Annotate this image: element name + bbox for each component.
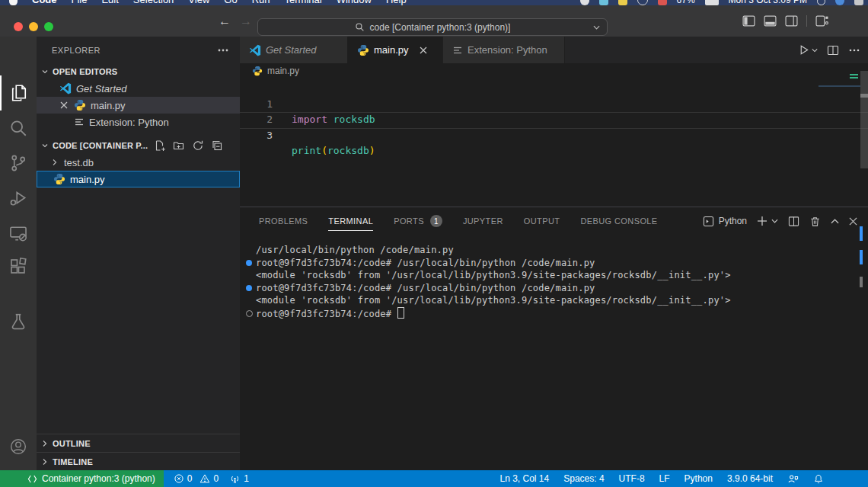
- eol-status[interactable]: LF: [659, 473, 670, 484]
- notifications-bell-icon[interactable]: [813, 473, 824, 485]
- run-and-debug-icon[interactable]: [0, 181, 37, 216]
- indentation-status[interactable]: Spaces: 4: [563, 473, 604, 484]
- open-editor-label: main.py: [91, 100, 126, 111]
- menu-app[interactable]: Code: [32, 0, 57, 5]
- timeline-section-header[interactable]: TIMELINE: [37, 452, 240, 470]
- menu-terminal[interactable]: Terminal: [285, 0, 322, 5]
- status-app-icon-3[interactable]: [637, 0, 648, 5]
- python-interpreter-status[interactable]: 3.9.0 64-bit: [727, 473, 773, 484]
- tab-extension-python[interactable]: Extension: Python: [443, 37, 565, 63]
- open-editor-main-py[interactable]: main.py: [37, 97, 240, 114]
- tree-item-main-py[interactable]: main.py: [37, 171, 240, 187]
- chevron-right-icon: [49, 156, 61, 168]
- broadcast-icon: [229, 473, 241, 485]
- zoom-window-button[interactable]: [44, 22, 53, 31]
- open-editors-header[interactable]: OPEN EDITORS: [37, 63, 240, 80]
- status-app-icon-4[interactable]: [658, 0, 667, 5]
- refresh-icon[interactable]: [192, 139, 204, 152]
- command-center-search[interactable]: code [Container python:3 (python)]: [257, 18, 608, 36]
- menu-file[interactable]: File: [72, 0, 88, 5]
- customize-layout-button[interactable]: [815, 15, 828, 27]
- workspace-folder-header[interactable]: CODE [CONTAINER P...: [37, 137, 240, 154]
- tab-main-py[interactable]: main.py: [348, 37, 443, 63]
- collapse-all-icon[interactable]: [211, 139, 223, 152]
- close-editor-icon[interactable]: [59, 100, 69, 111]
- tab-get-started[interactable]: Get Started: [240, 37, 348, 63]
- outline-section-header[interactable]: OUTLINE: [37, 434, 240, 452]
- navigate-forward-button[interactable]: →: [240, 14, 252, 28]
- menu-go[interactable]: Go: [224, 0, 237, 5]
- warning-icon: [199, 473, 210, 484]
- breadcrumb[interactable]: main.py: [240, 63, 868, 78]
- breadcrumb-item[interactable]: main.py: [267, 66, 299, 76]
- problems-status[interactable]: 0 0: [174, 473, 219, 484]
- apple-menu-icon[interactable]: [9, 0, 18, 5]
- siri-icon[interactable]: [835, 0, 844, 5]
- status-app-icon-1[interactable]: [599, 0, 608, 5]
- prompt-decoration-icon[interactable]: [246, 310, 253, 317]
- navigate-back-button[interactable]: ←: [219, 14, 231, 28]
- kill-terminal-trash-icon[interactable]: [809, 216, 821, 227]
- cursor-position-status[interactable]: Ln 3, Col 14: [499, 473, 549, 484]
- source-control-icon[interactable]: [0, 146, 37, 181]
- close-panel-icon[interactable]: [849, 217, 857, 226]
- launch-profile-chevron-icon[interactable]: [771, 219, 778, 223]
- feedback-icon[interactable]: [787, 473, 799, 485]
- terminal-output[interactable]: /usr/local/bin/python /code/main.py root…: [245, 244, 857, 320]
- panel-tab-jupyter[interactable]: JUPYTER: [463, 207, 503, 235]
- panel-tab-debug-console[interactable]: DEBUG CONSOLE: [580, 207, 657, 235]
- close-window-button[interactable]: [14, 22, 23, 31]
- terminal-instance-selector[interactable]: Python: [703, 216, 747, 227]
- spotlight-icon[interactable]: [817, 0, 825, 5]
- search-view-icon[interactable]: [0, 111, 37, 146]
- more-actions-icon[interactable]: [848, 44, 860, 56]
- menu-edit[interactable]: Edit: [101, 0, 118, 5]
- run-dropdown-chevron-icon[interactable]: [812, 48, 818, 53]
- extensions-icon[interactable]: [0, 249, 37, 284]
- toggle-secondary-sidebar-button[interactable]: [785, 15, 798, 27]
- tree-item-test-db[interactable]: test.db: [37, 154, 240, 171]
- menu-help[interactable]: Help: [386, 0, 407, 5]
- command-decoration-icon[interactable]: [246, 260, 252, 266]
- menu-run[interactable]: Run: [252, 0, 270, 5]
- menu-window[interactable]: Window: [337, 0, 372, 5]
- forwarded-ports-status[interactable]: 1: [229, 473, 249, 485]
- terminal-overview-mark: [860, 277, 863, 287]
- toggle-primary-sidebar-button[interactable]: [742, 15, 755, 27]
- panel-tab-problems[interactable]: PROBLEMS: [259, 207, 308, 235]
- open-editor-extension-python[interactable]: Extension: Python: [37, 114, 240, 130]
- new-file-icon[interactable]: [154, 139, 166, 152]
- menu-clock[interactable]: Mon 3 Oct 3:09 PM: [729, 0, 807, 5]
- control-center-icon[interactable]: [854, 0, 863, 5]
- open-editor-get-started[interactable]: Get Started: [37, 80, 240, 97]
- run-python-file-button[interactable]: [798, 44, 818, 56]
- language-mode-status[interactable]: Python: [685, 473, 713, 484]
- encoding-status[interactable]: UTF-8: [619, 473, 645, 484]
- explorer-sidebar: EXPLORER OPEN EDITORS Get Started main.p…: [37, 37, 240, 470]
- testing-beaker-icon[interactable]: [0, 304, 37, 339]
- new-terminal-button[interactable]: [757, 216, 767, 226]
- split-editor-button[interactable]: [827, 44, 839, 56]
- toggle-panel-button[interactable]: [764, 15, 777, 27]
- split-terminal-button[interactable]: [788, 216, 799, 227]
- accounts-icon[interactable]: [0, 429, 37, 464]
- panel-tab-terminal[interactable]: TERMINAL: [328, 207, 373, 235]
- remote-explorer-icon[interactable]: [0, 216, 37, 251]
- status-app-icon-2[interactable]: [618, 0, 627, 5]
- maximize-panel-chevron-icon[interactable]: [831, 219, 839, 224]
- status-moon-icon[interactable]: [580, 0, 589, 5]
- menu-view[interactable]: View: [188, 0, 209, 5]
- run-icon: [798, 44, 809, 56]
- explorer-icon[interactable]: [0, 75, 37, 111]
- minimize-window-button[interactable]: [29, 22, 38, 31]
- more-actions-icon[interactable]: [217, 44, 229, 56]
- panel-tab-output[interactable]: OUTPUT: [524, 207, 560, 235]
- close-tab-icon[interactable]: [420, 46, 427, 54]
- editor-scrollbar[interactable]: [860, 71, 868, 168]
- panel-tab-ports[interactable]: PORTS1: [394, 207, 442, 235]
- new-folder-icon[interactable]: [173, 139, 185, 152]
- command-decoration-icon[interactable]: [246, 285, 252, 291]
- remote-indicator[interactable]: Container python:3 (python): [0, 470, 164, 487]
- menu-selection[interactable]: Selection: [133, 0, 174, 5]
- code-editor[interactable]: 1 import rocksdb 2 3 print(rocksdb): [240, 78, 868, 207]
